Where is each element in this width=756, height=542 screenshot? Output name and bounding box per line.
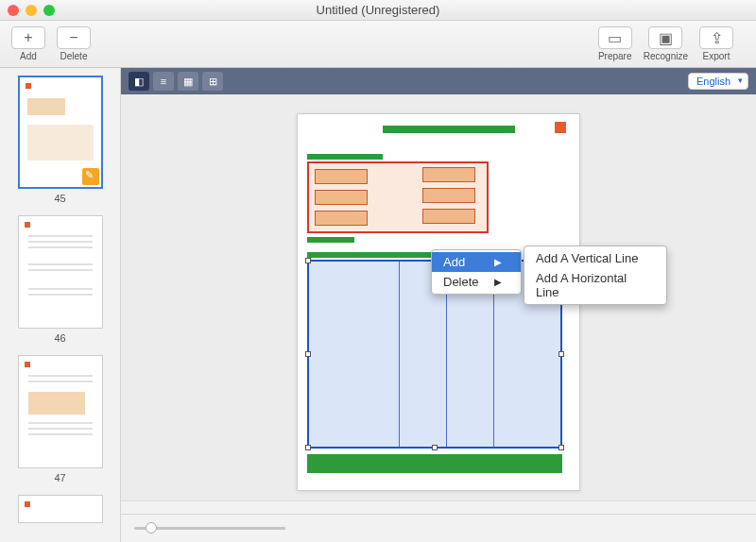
thumbnail-46[interactable]	[18, 215, 103, 329]
text-zone[interactable]	[307, 454, 562, 473]
horizontal-scrollbar[interactable]	[121, 500, 756, 514]
submenu-add-vertical[interactable]: Add A Vertical Line	[524, 248, 666, 268]
zoom-knob[interactable]	[146, 522, 157, 534]
zoom-window-button[interactable]	[43, 5, 55, 16]
main-area: ◧ ≡ ▦ ⊞ English	[121, 68, 756, 542]
ctx-delete-label: Delete	[443, 275, 479, 289]
export-icon: ⇪	[699, 26, 733, 49]
window-title: Untitled (Unregistered)	[0, 3, 756, 17]
prepare-button[interactable]: ▭ Prepare	[598, 26, 632, 61]
zoom-slider[interactable]	[134, 527, 285, 530]
view-table-button[interactable]: ⊞	[202, 72, 223, 91]
delete-button[interactable]: − Delete	[57, 26, 91, 61]
document-canvas[interactable]: Add ▶ Delete ▶ Add A Vertical Line Add A…	[121, 94, 756, 500]
thumbnail-45[interactable]	[18, 76, 103, 189]
view-toolbar: ◧ ≡ ▦ ⊞ English	[121, 68, 756, 94]
add-button[interactable]: + Add	[11, 26, 45, 61]
prepare-icon: ▭	[598, 26, 632, 49]
view-zones-button[interactable]: ◧	[129, 72, 149, 91]
context-menu-delete[interactable]: Delete ▶	[432, 272, 521, 292]
submenu-add-horizontal[interactable]: Add A Horizontal Line	[524, 268, 666, 302]
recognize-button[interactable]: ▣ Recognize	[644, 26, 688, 61]
add-vertical-label: Add A Vertical Line	[536, 251, 638, 265]
zoom-bar	[121, 514, 756, 542]
text-zone[interactable]	[307, 237, 354, 243]
ctx-add-label: Add	[443, 255, 465, 269]
toolbar: + Add − Delete ▭ Prepare ▣ Recognize ⇪ E…	[0, 21, 756, 68]
minimize-window-button[interactable]	[26, 5, 37, 16]
thumbnail-48[interactable]	[18, 495, 103, 523]
text-zone[interactable]	[307, 154, 383, 160]
text-zone[interactable]	[383, 126, 515, 133]
minus-icon: −	[57, 26, 91, 49]
edit-badge-icon	[82, 168, 99, 185]
context-submenu[interactable]: Add A Vertical Line Add A Horizontal Lin…	[524, 246, 667, 305]
language-label: English	[696, 76, 730, 87]
titlebar: Untitled (Unregistered)	[0, 0, 756, 21]
thumbnail-47[interactable]	[18, 355, 103, 468]
chevron-right-icon: ▶	[494, 257, 502, 267]
traffic-lights	[8, 5, 55, 16]
recognize-icon: ▣	[648, 26, 682, 49]
export-label: Export	[703, 51, 730, 61]
add-label: Add	[20, 51, 37, 61]
context-menu-add[interactable]: Add ▶	[432, 252, 521, 272]
text-zone[interactable]	[307, 252, 435, 258]
close-window-button[interactable]	[8, 5, 19, 16]
thumbnail-label: 47	[0, 472, 120, 483]
image-zone[interactable]	[555, 122, 566, 133]
plus-icon: +	[11, 26, 45, 49]
language-select[interactable]: English	[688, 73, 748, 90]
export-button[interactable]: ⇪ Export	[699, 26, 733, 61]
add-horizontal-label: Add A Horizontal Line	[536, 271, 647, 299]
view-image-button[interactable]: ▦	[178, 72, 198, 91]
context-menu[interactable]: Add ▶ Delete ▶	[431, 249, 522, 295]
flowchart-zone[interactable]	[307, 161, 489, 233]
thumbnail-label: 46	[0, 332, 120, 344]
delete-label: Delete	[60, 51, 88, 61]
chevron-right-icon: ▶	[494, 277, 502, 287]
thumbnails-sidebar[interactable]: 45 46 47	[0, 68, 121, 542]
prepare-label: Prepare	[598, 51, 632, 61]
view-text-button[interactable]: ≡	[153, 72, 174, 91]
recognize-label: Recognize	[644, 51, 688, 61]
thumbnail-label: 45	[0, 193, 120, 204]
content: 45 46 47 ◧ ≡ ▦	[0, 68, 756, 542]
